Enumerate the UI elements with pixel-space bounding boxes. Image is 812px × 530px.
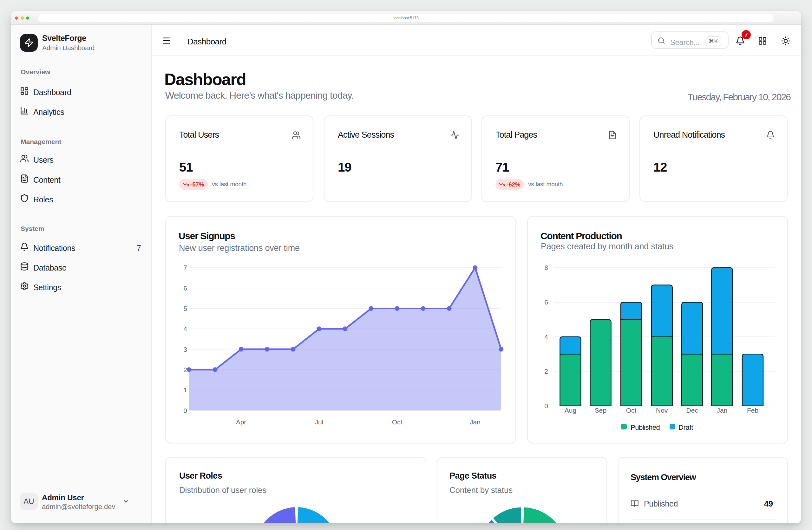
svg-text:Oct: Oct	[392, 418, 403, 426]
svg-text:Nov: Nov	[656, 407, 668, 414]
svg-text:Apr: Apr	[236, 418, 246, 426]
svg-text:3: 3	[183, 346, 187, 353]
svg-text:6: 6	[183, 284, 187, 292]
svg-text:4: 4	[544, 333, 548, 340]
svg-text:Aug: Aug	[565, 407, 576, 414]
svg-text:Dec: Dec	[686, 407, 698, 414]
svg-text:4: 4	[183, 325, 187, 333]
svg-text:0: 0	[183, 407, 187, 414]
svg-text:8: 8	[544, 264, 548, 271]
svg-text:2: 2	[183, 366, 187, 373]
svg-text:0: 0	[544, 402, 548, 410]
svg-text:Jan: Jan	[716, 407, 727, 414]
svg-text:Jan: Jan	[470, 418, 480, 426]
svg-text:Feb: Feb	[747, 407, 758, 414]
svg-text:2: 2	[544, 368, 548, 375]
svg-text:5: 5	[183, 305, 187, 312]
svg-text:Oct: Oct	[626, 407, 637, 414]
svg-text:Draft: Draft	[679, 424, 693, 431]
svg-text:1: 1	[183, 386, 187, 394]
svg-text:Sep: Sep	[595, 407, 607, 414]
svg-text:Published: Published	[630, 424, 660, 431]
svg-text:6: 6	[544, 298, 548, 306]
svg-text:Jul: Jul	[315, 418, 323, 426]
svg-text:7: 7	[183, 264, 187, 271]
